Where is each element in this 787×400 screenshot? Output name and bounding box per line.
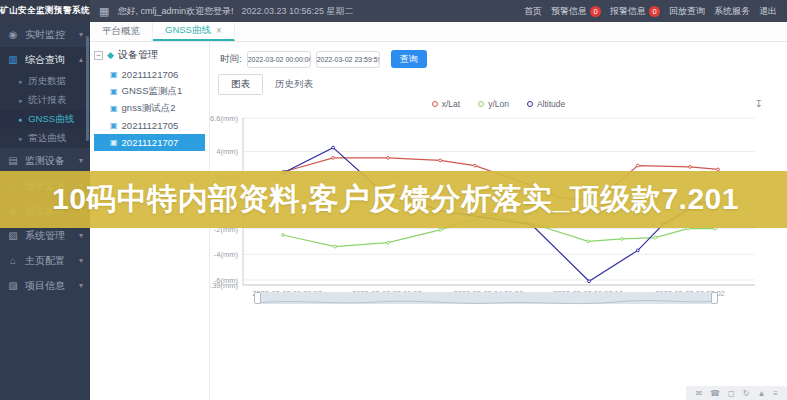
- view-tabs: 图表 历史列表: [218, 74, 325, 95]
- sidebar-item-home-config[interactable]: ⌂ 主页配置 ▾: [0, 248, 90, 273]
- save-image-icon[interactable]: ↧: [755, 98, 763, 109]
- menu-icon[interactable]: ≡: [773, 389, 778, 398]
- topnav-home[interactable]: 首页: [524, 5, 542, 18]
- phone-icon[interactable]: ☎: [710, 389, 720, 398]
- sidebar-sub-history-data[interactable]: ● 历史数据: [0, 72, 90, 91]
- tree-item-device[interactable]: ▣ 20211121705: [94, 117, 205, 134]
- sidebar-submenu: ● 历史数据 ● 统计报表 ● GNSS曲线 ● 雷达曲线: [0, 72, 90, 148]
- tree-root-devices[interactable]: − ◆ 设备管理: [94, 48, 205, 62]
- sidebar-label: 主页配置: [25, 254, 65, 268]
- data-point: [386, 241, 389, 244]
- topnav-system-service[interactable]: 系统服务: [714, 5, 750, 18]
- sidebar-item-devices[interactable]: ▤ 监测设备 ▾: [0, 148, 90, 173]
- sidebar-sub-statistics[interactable]: ● 统计报表: [0, 91, 90, 110]
- sidebar-item-project-info[interactable]: ▨ 项目信息 ▾: [0, 273, 90, 298]
- bullet-icon: ●: [18, 78, 22, 85]
- apps-grid-icon[interactable]: ▦: [99, 5, 109, 18]
- data-point: [439, 228, 442, 231]
- start-time-input[interactable]: [247, 51, 311, 68]
- bullet-icon: ●: [18, 97, 22, 104]
- sidebar-label: 项目信息: [25, 279, 65, 293]
- mail-icon[interactable]: ✉: [695, 389, 702, 398]
- tree-item-label: GNSS监测点1: [122, 85, 183, 98]
- topnav-alarm-info[interactable]: 报警信息0: [610, 5, 660, 18]
- topbar: 矿山安全监测预警系统 ▦ 您好, cmlj_admin欢迎您登录! 2022.0…: [0, 0, 787, 22]
- topnav-playback[interactable]: 回放查询: [669, 5, 705, 18]
- data-point: [386, 156, 389, 159]
- tree-root-label: 设备管理: [118, 48, 158, 62]
- tab-label: GNSS曲线: [165, 24, 211, 37]
- legend-marker-icon: [527, 101, 533, 107]
- tree-item-label: 20211121706: [122, 69, 179, 80]
- tree-item-label: 20211121705: [122, 120, 179, 131]
- data-point: [439, 159, 442, 162]
- datazoom-range: [256, 293, 716, 303]
- chart-legend: x/Lat y/Lon Altitude: [210, 99, 787, 109]
- device-icon: ▣: [110, 138, 118, 147]
- home-icon: ⌂: [7, 255, 19, 266]
- device-icon: ▣: [110, 121, 118, 130]
- window-icon[interactable]: ◻: [728, 389, 735, 398]
- datetime-text: 2022.03.23 10:56:25 星期二: [241, 5, 353, 18]
- tab-platform-overview[interactable]: 平台概览: [90, 22, 153, 41]
- topbar-menu: 首页 预警信息0 报警信息0 回放查询 系统服务 退出: [524, 5, 787, 18]
- time-label: 时间:: [220, 53, 242, 66]
- sidebar-sub-gnss-curve[interactable]: ● GNSS曲线: [0, 110, 90, 129]
- chevron-down-icon: ▾: [79, 30, 83, 39]
- tree-item-device[interactable]: ▣ GNSS监测点1: [94, 83, 205, 100]
- collapse-icon[interactable]: −: [94, 51, 103, 60]
- user-greeting: 您好, cmlj_admin欢迎您登录!: [117, 5, 233, 18]
- topnav-logout-label: 退出: [759, 5, 777, 18]
- bar-chart-icon: ▥: [7, 54, 19, 65]
- tree-item-device[interactable]: ▣ 20211121706: [94, 66, 205, 83]
- back-to-top-icon[interactable]: ▲: [757, 389, 765, 398]
- ad-banner[interactable]: 10码中特内部资料,客户反馈分析落实_顶级款7.201: [0, 171, 787, 228]
- ad-banner-text: 10码中特内部资料,客户反馈分析落实_顶级款7.201: [52, 179, 739, 220]
- datazoom-slider[interactable]: [255, 292, 717, 304]
- user-monitor-icon: ◉: [7, 29, 19, 40]
- topnav-home-label: 首页: [524, 5, 542, 18]
- datazoom-left-handle[interactable]: [254, 292, 261, 304]
- sidebar-scrollbar[interactable]: [86, 36, 89, 141]
- chevron-down-icon: ▾: [79, 256, 83, 265]
- sidebar-sub-radar-curve[interactable]: ● 雷达曲线: [0, 129, 90, 148]
- topnav-warning-info[interactable]: 预警信息0: [551, 5, 601, 18]
- datazoom-right-handle[interactable]: [711, 292, 718, 304]
- tab-gnss-curve[interactable]: GNSS曲线 ×: [153, 22, 235, 41]
- submenu-label: 统计报表: [28, 94, 66, 107]
- legend-item-altitude[interactable]: Altitude: [527, 99, 565, 109]
- sidebar-item-realtime[interactable]: ◉ 实时监控 ▾: [0, 22, 90, 47]
- chevron-up-icon: ▴: [79, 55, 83, 64]
- floating-toolbar: ✉ ☎ ◻ ↻ ▲ ≡: [686, 386, 787, 400]
- data-point: [334, 245, 337, 248]
- tab-chart-view[interactable]: 图表: [218, 74, 263, 95]
- submenu-label: 雷达曲线: [28, 132, 66, 145]
- y-axis-tick-label: 4(mm): [216, 147, 238, 156]
- legend-item-y-lon[interactable]: y/Lon: [478, 99, 509, 109]
- chevron-down-icon: ▾: [79, 281, 83, 290]
- search-button[interactable]: 查询: [391, 50, 427, 68]
- refresh-icon[interactable]: ↻: [743, 389, 750, 398]
- end-time-input[interactable]: [316, 51, 380, 68]
- sidebar-label: 系统管理: [25, 229, 65, 243]
- data-point: [474, 164, 477, 167]
- y-axis-tick-label: -4(mm): [214, 250, 239, 259]
- diamond-icon: ◆: [107, 50, 114, 60]
- tab-history-list[interactable]: 历史列表: [263, 75, 325, 94]
- page: 矿山安全监测预警系统 ▦ 您好, cmlj_admin欢迎您登录! 2022.0…: [0, 0, 787, 400]
- topnav-logout[interactable]: 退出: [759, 5, 777, 18]
- data-point: [282, 234, 285, 237]
- tree-item-device[interactable]: ▣ gnss测试点2: [94, 100, 205, 117]
- data-point: [587, 240, 590, 243]
- sidebar-item-query[interactable]: ▥ 综合查询 ▴: [0, 47, 90, 72]
- legend-item-x-lat[interactable]: x/Lat: [432, 99, 460, 109]
- alarm-count-badge: 0: [649, 6, 660, 17]
- tree-item-label: gnss测试点2: [122, 102, 176, 115]
- query-row: 时间: 查询: [220, 50, 427, 68]
- tree-item-label: 20211121707: [122, 137, 179, 148]
- data-point: [636, 164, 639, 167]
- data-point: [636, 249, 639, 252]
- close-icon[interactable]: ×: [216, 25, 222, 36]
- tree-item-device-selected[interactable]: ▣ 20211121707: [94, 134, 205, 151]
- page-tabbar: 平台概览 GNSS曲线 ×: [90, 22, 787, 42]
